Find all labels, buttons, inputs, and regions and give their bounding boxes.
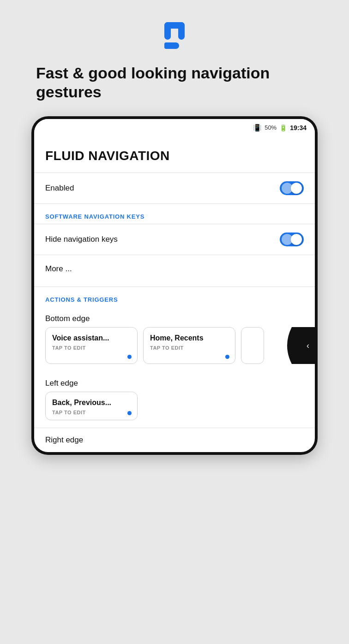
voice-assistant-title: Voice assistan... [52,334,131,342]
home-recents-title: Home, Recents [150,334,229,342]
back-previous-title: Back, Previous... [52,399,131,407]
left-edge-label: Left edge [34,371,315,392]
hide-nav-keys-label: Hide navigation keys [45,235,118,244]
more-label: More ... [45,264,72,273]
wave-overlay-container: ‹ [264,327,315,364]
back-previous-card[interactable]: Back, Previous... TAP TO EDIT [45,392,138,420]
status-time: 19:34 [290,124,307,131]
svg-rect-2 [178,22,185,40]
hide-nav-toggle[interactable] [280,233,304,246]
voice-assistant-dot [127,355,132,359]
app-screen-title: FLUID NAVIGATION [34,149,315,173]
home-recents-sub: TAP TO EDIT [150,345,229,351]
software-nav-header: SOFTWARE NAVIGATION KEYS [34,203,315,224]
battery-icon: 🔋 [279,124,287,131]
partial-card [241,327,264,364]
enabled-setting-row: Enabled [34,173,315,203]
screen-content: FLUID NAVIGATION Enabled SOFTWARE NAVIGA… [34,135,315,452]
actions-triggers-header: ACTIONS & TRIGGERS [34,286,315,307]
svg-rect-4 [164,42,179,49]
app-logo [162,18,187,53]
bottom-edge-cards-section: Voice assistan... TAP TO EDIT Home, Rece… [34,327,315,364]
back-previous-dot [127,411,132,415]
voice-assistant-card[interactable]: Voice assistan... TAP TO EDIT [45,327,138,364]
battery-percent: 50% [265,124,277,131]
bottom-edge-label: Bottom edge [34,307,315,327]
status-icons: 📳 50% 🔋 19:34 [253,124,307,132]
phone-frame: 📳 50% 🔋 19:34 FLUID NAVIGATION Enabled S… [31,116,318,455]
app-headline: Fast & good looking navigation gestures [36,64,313,101]
home-recents-card[interactable]: Home, Recents TAP TO EDIT [143,327,235,364]
voice-assistant-sub: TAP TO EDIT [52,345,131,351]
left-edge-cards-row: Back, Previous... TAP TO EDIT [34,392,315,420]
vibrate-icon: 📳 [253,124,262,132]
status-bar: 📳 50% 🔋 19:34 [34,119,315,135]
home-recents-dot [225,355,229,359]
right-edge-label: Right edge [34,428,315,452]
hide-nav-keys-row: Hide navigation keys [34,224,315,255]
back-arrow[interactable]: ‹ [307,340,309,350]
more-row[interactable]: More ... [34,255,315,283]
back-previous-sub: TAP TO EDIT [52,410,131,415]
enabled-toggle[interactable] [280,181,304,195]
enabled-label: Enabled [45,184,74,193]
phone-screen: 📳 50% 🔋 19:34 FLUID NAVIGATION Enabled S… [34,119,315,452]
